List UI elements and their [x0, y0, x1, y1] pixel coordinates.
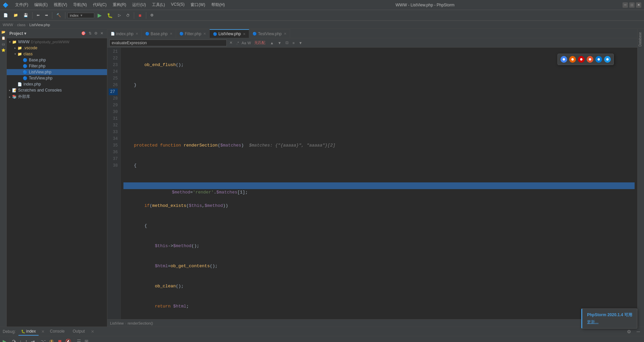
search-input[interactable] — [109, 40, 227, 46]
stop-button[interactable]: ⏹ — [136, 12, 144, 18]
debug-step-over[interactable]: ↷ — [11, 338, 17, 342]
edge-icon[interactable] — [595, 56, 602, 63]
tab-listview-close[interactable]: ✕ — [243, 32, 246, 36]
menu-tools[interactable]: 工具(L) — [149, 1, 168, 8]
tab-testview-close[interactable]: ✕ — [284, 32, 286, 36]
debug-tab-console[interactable]: Console — [47, 328, 67, 336]
tab-base-close[interactable]: ✕ — [170, 32, 172, 36]
tab-index-close[interactable]: ✕ — [136, 32, 138, 36]
tab-filter-close[interactable]: ✕ — [203, 32, 206, 36]
debug-frames[interactable]: ☰ — [75, 338, 83, 342]
debug-watches[interactable]: 👁 — [48, 338, 55, 342]
tree-item-index[interactable]: 📄 index.php — [7, 81, 107, 87]
debug-tab-output[interactable]: Output — [70, 328, 88, 336]
code-editor[interactable]: ob_end_flush(); } protected function ren… — [121, 48, 637, 319]
panel-locate[interactable]: 🎯 — [80, 31, 87, 36]
tree-item-filter[interactable]: 🔵 Filter.php — [7, 63, 107, 69]
toolbar-build[interactable]: 🔨 — [54, 12, 63, 18]
menu-edit[interactable]: 编辑(E) — [32, 1, 50, 8]
toolbar-new-file[interactable]: 📄 — [1, 12, 10, 18]
toolbar-back[interactable]: ⬅ — [35, 12, 42, 18]
maximize-button[interactable]: □ — [629, 2, 635, 8]
debug-stop[interactable]: ⏹ — [56, 338, 63, 342]
panel-expand[interactable]: ⇅ — [88, 31, 93, 36]
code-line-26: { — [123, 162, 635, 169]
debug-run-button[interactable]: 🐛 — [105, 12, 115, 19]
tree-item-base[interactable]: 🔵 Base.php — [7, 57, 107, 63]
tab-listview[interactable]: 🔵 ListView.php ✕ — [210, 29, 249, 38]
panel-close[interactable]: ✕ — [99, 31, 104, 36]
project-icon[interactable]: 📂 — [1, 30, 6, 36]
tab-testview[interactable]: 🔵 TestView.php ✕ — [249, 29, 290, 38]
search-regex[interactable]: .* — [235, 40, 240, 46]
menu-refactor[interactable]: 重构(R) — [110, 1, 129, 8]
code-line-27: $method='render'.$matches[1]; — [123, 182, 635, 189]
tree-item-testview[interactable]: 🔵 TestView.php — [7, 75, 107, 81]
debug-resume[interactable]: ▶ — [1, 338, 8, 342]
tree-item-class[interactable]: ▾ 📁 class — [7, 51, 107, 57]
tab-index[interactable]: 📄 index.php ✕ — [107, 29, 142, 38]
toolbar-save[interactable]: 💾 — [21, 12, 30, 18]
debug-step-into[interactable]: ↓ — [18, 338, 23, 342]
menu-file[interactable]: 文件(F) — [12, 1, 31, 8]
minimize-button[interactable]: ─ — [623, 2, 628, 8]
tree-item-www[interactable]: ▾ 📁 WWW D:\phpstudy_pro\WWW — [7, 39, 107, 45]
browser-popup — [557, 54, 614, 65]
eb-class[interactable]: ListView — [110, 321, 124, 325]
debug-evaluate[interactable]: ⌥ — [39, 338, 47, 342]
debug-mute[interactable]: 🔇 — [64, 338, 72, 342]
toolbar-settings[interactable]: ⚙ — [148, 12, 156, 18]
menu-help[interactable]: 帮助(H) — [209, 1, 228, 8]
notification-link[interactable]: 更新... — [587, 320, 598, 324]
tab-filter[interactable]: 🔵 Filter.php ✕ — [176, 29, 210, 38]
tab-base[interactable]: 🔵 Base.php ✕ — [142, 29, 176, 38]
debug-run-to-cursor[interactable]: ⇥ — [30, 338, 36, 342]
search-filter[interactable]: ▼ — [297, 40, 304, 46]
panel-settings[interactable]: ⚙ — [93, 31, 99, 36]
menu-nav[interactable]: 导航(N) — [70, 1, 90, 8]
chrome-icon[interactable] — [560, 56, 567, 63]
safari-icon[interactable] — [604, 56, 611, 63]
debug-tab-debugger[interactable]: 🐛 index — [18, 328, 39, 336]
debug-tab-close[interactable]: ✕ — [41, 329, 45, 334]
menu-vcs[interactable]: VCS(S) — [168, 1, 187, 8]
menu-view[interactable]: 视图(V) — [51, 1, 70, 8]
menu-run[interactable]: 运行(U) — [129, 1, 149, 8]
eb-method[interactable]: renderSection() — [127, 321, 153, 325]
search-next[interactable]: ▼ — [276, 40, 283, 46]
menu-code[interactable]: 代码(C) — [90, 1, 109, 8]
main-toolbar: 📄 📁 💾 ⬅ ➡ 🔨 index ▼ ▶ 🐛 ▷ ⏱ ⏹ ⚙ — [0, 10, 644, 21]
brave-icon[interactable] — [587, 56, 593, 63]
firefox-icon[interactable] — [569, 56, 576, 63]
debug-output-close[interactable]: ✕ — [91, 329, 94, 334]
opera-icon[interactable] — [578, 56, 585, 63]
close-button[interactable]: ✕ — [636, 2, 641, 8]
debug-restore[interactable]: ⊞ — [83, 338, 90, 342]
search-clear[interactable]: ✕ — [228, 40, 234, 46]
tree-item-vscode[interactable]: ▸ 📁 .vscode — [7, 45, 107, 51]
breadcrumb-class[interactable]: class — [17, 23, 25, 27]
profile-button[interactable]: ⏱ — [124, 12, 132, 18]
eb-sep: › — [125, 321, 126, 325]
debug-step-out[interactable]: ↑ — [24, 338, 29, 342]
search-prev[interactable]: ▲ — [269, 40, 275, 46]
run-button[interactable]: ▶ — [96, 11, 104, 19]
tree-item-listview[interactable]: 🔵 ListView.php — [7, 69, 107, 75]
toolbar-forward[interactable]: ➡ — [43, 12, 50, 18]
structure-icon[interactable]: 📋 — [1, 36, 6, 42]
toolbar-open[interactable]: 📁 — [11, 12, 20, 18]
search-options[interactable]: ≡ — [291, 40, 296, 46]
tree-item-scratches[interactable]: ▸ 📝 Scratches and Consoles — [7, 87, 107, 93]
favorites-icon[interactable]: ⭐ — [1, 48, 6, 54]
debug-minimize[interactable]: ─ — [635, 328, 641, 335]
editor: 21 22 23 24 25 26 27 28 29 30 31 32 33 3… — [107, 48, 637, 319]
tree-item-library[interactable]: ▸ 📚 外部库 — [7, 93, 107, 100]
search-scope[interactable]: ⊡ — [284, 40, 290, 46]
z-structure-icon[interactable]: 🗂 — [1, 42, 6, 48]
coverage-button[interactable]: ▷ — [116, 12, 123, 18]
breadcrumb-file[interactable]: ListView.php — [30, 23, 50, 27]
menu-window[interactable]: 窗口(W) — [188, 1, 208, 8]
right-tab-database[interactable]: Database — [638, 30, 644, 49]
debug-settings[interactable]: ⚙ — [626, 328, 633, 335]
breadcrumb-www[interactable]: WWW — [3, 23, 13, 27]
